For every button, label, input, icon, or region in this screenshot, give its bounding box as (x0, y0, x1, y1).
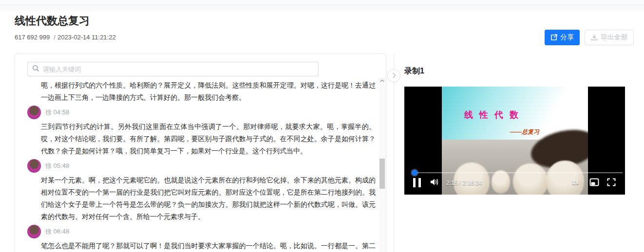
cygnet-shape (546, 161, 584, 195)
recording-title: 录制1 (404, 66, 424, 76)
transcript-entry-header: 徐 05:48 (27, 159, 375, 173)
meeting-datetime: 2023-02-14 11:21:22 (57, 34, 116, 41)
transcript-list: 呃，根据行列式的六个性质。哈利斯的？展开定义，降低法则。这些性质和展开定理。对嗯… (15, 78, 379, 252)
top-window-strip (0, 0, 644, 5)
transcript-card: 呃，根据行列式的六个性质。哈利斯的？展开定义，降低法则。这些性质和展开定理。对嗯… (15, 54, 386, 252)
meeting-id: 617 692 999 (15, 34, 50, 41)
current-time: 2:15 (446, 180, 457, 186)
download-icon (591, 34, 598, 41)
video-frame: 线 性 代 数 ——总复习 (442, 87, 588, 195)
search-input[interactable] (43, 66, 314, 73)
meta-separator: / (54, 34, 56, 41)
fullscreen-button[interactable] (607, 178, 616, 188)
time-separator: / (457, 180, 462, 186)
top-fade (0, 5, 644, 13)
cygnet-shape (454, 162, 490, 195)
speaker-avatar (27, 225, 41, 238)
meeting-meta: 617 692 999/2023-02-14 11:21:22 (15, 34, 116, 41)
transcript-paragraph[interactable]: 笔怎么也是不能用了呢？那就可以了啊！是我们当时要求大家掌握的一个结论。呃，比如说… (41, 240, 376, 252)
playback-speed-button[interactable]: 1x (572, 179, 579, 186)
pause-button[interactable] (413, 178, 421, 187)
speaker-avatar (27, 159, 41, 173)
pip-icon (589, 180, 599, 188)
transcript-scrollbar[interactable] (379, 77, 385, 252)
transcript-entry-header: 徐 04:58 (27, 105, 375, 120)
progress-bar[interactable] (412, 172, 623, 173)
speaker-name-time: 徐 04:58 (45, 108, 69, 117)
speaker-name-time: 徐 06:48 (45, 227, 69, 236)
scrollbar-thumb[interactable] (379, 159, 385, 189)
transcript-entry-header: 徐 06:48 (27, 224, 375, 239)
cygnet-shape (492, 170, 510, 194)
keyword-search-box[interactable] (27, 62, 319, 76)
page-title: 线性代数总复习 (15, 14, 90, 28)
transcript-paragraph[interactable]: 三到四节行列式的计算。另外我们这里面在立体当中强调了一个。那对律师呢，就要求大家… (41, 121, 376, 157)
share-button-label: 分享 (560, 33, 574, 42)
share-icon (550, 34, 557, 41)
share-button[interactable]: 分享 (545, 30, 580, 45)
speaker-name-time: 徐 05:48 (45, 162, 69, 170)
speaker-avatar (27, 106, 41, 119)
picture-in-picture-button[interactable] (589, 178, 599, 188)
fullscreen-icon (607, 180, 616, 188)
transcript-paragraph[interactable]: 呃，根据行列式的六个性质。哈利斯的？展开定义，降低法则。这些性质和展开定理。对嗯… (41, 79, 376, 104)
transcript-paragraph[interactable]: 对某一个元素。啊，把这个元素呢它的。也就是说这个元素所在的行和列给它化掉。余下来… (41, 174, 376, 223)
cygnet-shape (513, 163, 548, 195)
chevron-right-icon (392, 72, 396, 80)
export-all-button[interactable]: 导出全部 (585, 30, 634, 45)
search-icon (32, 65, 39, 74)
export-all-label: 导出全部 (601, 33, 628, 42)
speaker-icon (430, 180, 439, 188)
slide-subtitle-text: ——总复习 (510, 128, 539, 136)
scroll-up-arrow[interactable] (379, 77, 385, 84)
duration: 2:16:24 (462, 180, 482, 186)
swan-photo (442, 140, 588, 195)
panel-divider (394, 54, 394, 252)
progress-handle[interactable] (412, 170, 417, 176)
page: 线性代数总复习 617 692 999/2023-02-14 11:21:22 … (0, 0, 644, 252)
video-player[interactable]: 线 性 代 数 ——总复习 2:15 / 2:16:24 1x (404, 87, 625, 195)
time-display: 2:15 / 2:16:24 (446, 180, 482, 186)
collapse-panel-button[interactable] (387, 69, 400, 82)
slide-title-text: 线 性 代 数 (464, 109, 520, 121)
volume-button[interactable] (430, 178, 439, 188)
